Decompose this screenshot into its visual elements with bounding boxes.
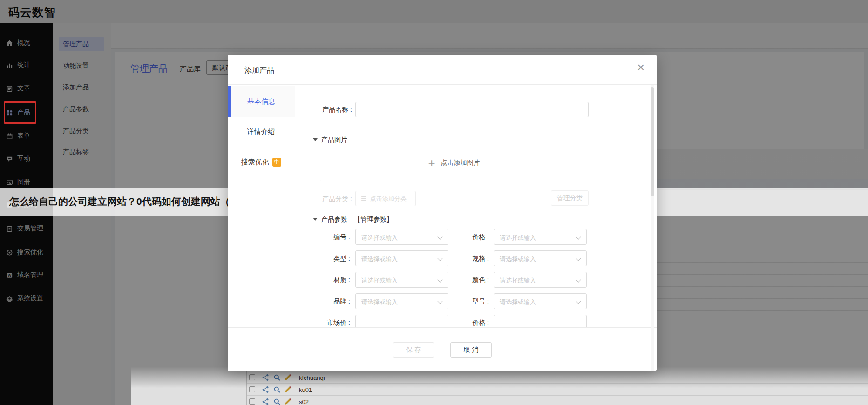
param-label: 颜色 : bbox=[423, 276, 489, 284]
param-label: 编号 : bbox=[256, 233, 350, 242]
modal-tab-label: 详情介绍 bbox=[247, 128, 275, 136]
modal-footer: 保 存 取 消 bbox=[228, 327, 657, 371]
select-placeholder: 请选择或输入 bbox=[361, 234, 398, 242]
tab-status-badge: 中 bbox=[272, 158, 281, 167]
chevron-down-icon bbox=[576, 277, 581, 282]
cancel-button[interactable]: 取 消 bbox=[450, 342, 492, 358]
image-upload-dropzone[interactable]: + 点击添加图片 bbox=[320, 145, 588, 181]
plus-icon: + bbox=[428, 156, 435, 170]
manage-params-link[interactable]: 【管理参数】 bbox=[354, 216, 393, 223]
product-name-input[interactable] bbox=[355, 102, 589, 117]
select-placeholder: 请选择或输入 bbox=[500, 255, 536, 263]
add-product-modal: 添加产品 × 基本信息详情介绍搜索优化中 产品名称 : 产品图片 + 点击添加图… bbox=[228, 55, 657, 371]
select-placeholder: 请选择或输入 bbox=[500, 298, 536, 306]
param-label: 材质 : bbox=[256, 276, 350, 284]
param-label: 市场价 : bbox=[256, 319, 350, 327]
modal-title: 添加产品 bbox=[244, 66, 274, 75]
annotation-highlight-box bbox=[4, 101, 36, 124]
section-collapse-icon bbox=[313, 138, 318, 141]
add-category-text: 点击添加分类 bbox=[370, 195, 407, 203]
param-right-select[interactable]: 请选择或输入 bbox=[494, 272, 587, 288]
product-category-label: 产品分类 : bbox=[274, 195, 352, 203]
section-product-image-label: 产品图片 bbox=[321, 136, 347, 143]
save-button[interactable]: 保 存 bbox=[393, 342, 434, 358]
param-right-select[interactable]: 请选择或输入 bbox=[494, 229, 587, 245]
list-icon: ☰ bbox=[361, 195, 366, 202]
modal-tab-搜索优化[interactable]: 搜索优化中 bbox=[228, 153, 294, 171]
param-right-select[interactable]: 请选择或输入 bbox=[494, 250, 587, 266]
chevron-down-icon bbox=[576, 234, 581, 239]
modal-tab-label: 搜索优化 bbox=[241, 158, 269, 167]
product-name-label: 产品名称 : bbox=[274, 106, 352, 114]
select-placeholder: 请选择或输入 bbox=[500, 234, 536, 242]
select-placeholder: 请选择或输入 bbox=[361, 255, 398, 263]
chevron-down-icon bbox=[576, 256, 581, 261]
param-label: 型号 : bbox=[423, 297, 489, 306]
manage-category-button[interactable]: 管理分类 bbox=[551, 190, 589, 206]
upload-hint: 点击添加图片 bbox=[441, 159, 480, 167]
active-tab-indicator bbox=[228, 86, 231, 117]
chevron-down-icon bbox=[576, 298, 581, 304]
add-category-button[interactable]: ☰ 点击添加分类 bbox=[355, 191, 416, 206]
close-icon[interactable]: × bbox=[637, 61, 644, 74]
modal-tab-label: 基本信息 bbox=[247, 97, 275, 106]
select-placeholder: 请选择或输入 bbox=[361, 277, 398, 285]
modal-scrollbar bbox=[651, 85, 654, 371]
select-placeholder: 请选择或输入 bbox=[500, 277, 536, 285]
section-product-image[interactable]: 产品图片 bbox=[313, 136, 347, 144]
param-label: 类型 : bbox=[256, 255, 350, 263]
modal-tab-详情介绍[interactable]: 详情介绍 bbox=[228, 122, 294, 141]
scrollbar-thumb[interactable] bbox=[651, 87, 654, 196]
param-label: 品牌 : bbox=[256, 297, 350, 306]
param-right-select[interactable]: 请选择或输入 bbox=[494, 293, 587, 309]
section-collapse-icon bbox=[313, 218, 318, 221]
app-root: 码云数智 概况统计文章产品表单互动图册买源码交易管理搜索优化W域名管理系统设置 … bbox=[0, 0, 868, 405]
section-product-params[interactable]: 产品参数【管理参数】 bbox=[313, 216, 393, 224]
param-label: 价格 : bbox=[423, 233, 489, 242]
section-product-params-label: 产品参数 bbox=[321, 216, 347, 223]
select-placeholder: 请选择或输入 bbox=[361, 298, 398, 306]
param-label: 价格 : bbox=[423, 319, 489, 327]
param-label: 规格 : bbox=[423, 255, 489, 263]
